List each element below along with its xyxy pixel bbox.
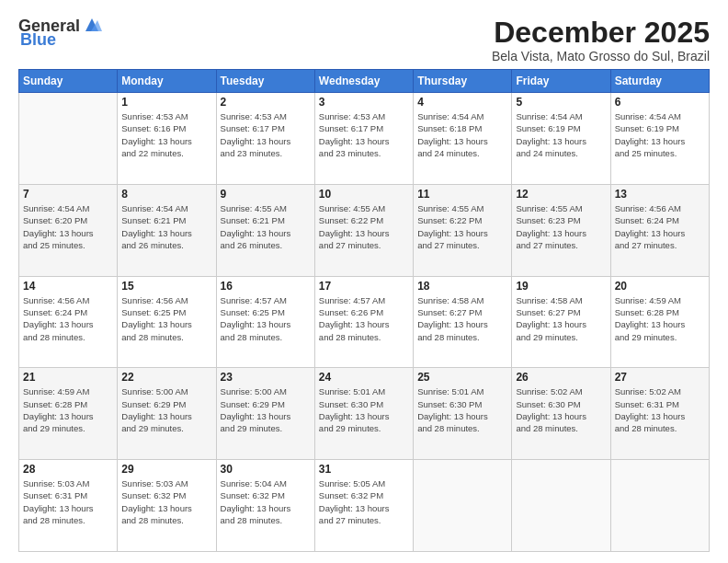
day-info: Sunrise: 4:59 AM Sunset: 6:28 PM Dayligh…: [615, 294, 705, 343]
day-number: 15: [121, 280, 211, 293]
day-info: Sunrise: 4:57 AM Sunset: 6:26 PM Dayligh…: [319, 294, 409, 343]
day-info: Sunrise: 4:53 AM Sunset: 6:17 PM Dayligh…: [319, 110, 409, 159]
table-row: 30Sunrise: 5:04 AM Sunset: 6:32 PM Dayli…: [216, 460, 314, 552]
calendar-week-row: 21Sunrise: 4:59 AM Sunset: 6:28 PM Dayli…: [19, 368, 710, 460]
calendar-week-row: 1Sunrise: 4:53 AM Sunset: 6:16 PM Daylig…: [19, 93, 710, 185]
day-info: Sunrise: 5:05 AM Sunset: 6:32 PM Dayligh…: [319, 477, 409, 526]
table-row: 23Sunrise: 5:00 AM Sunset: 6:29 PM Dayli…: [216, 368, 314, 460]
table-row: 27Sunrise: 5:02 AM Sunset: 6:31 PM Dayli…: [610, 368, 709, 460]
day-number: 13: [615, 188, 705, 201]
col-thursday: Thursday: [414, 70, 512, 93]
table-row: 4Sunrise: 4:54 AM Sunset: 6:18 PM Daylig…: [414, 93, 512, 185]
table-row: 13Sunrise: 4:56 AM Sunset: 6:24 PM Dayli…: [610, 184, 709, 276]
table-row: [19, 93, 118, 185]
day-info: Sunrise: 4:59 AM Sunset: 6:28 PM Dayligh…: [23, 385, 113, 434]
table-row: 22Sunrise: 5:00 AM Sunset: 6:29 PM Dayli…: [118, 368, 216, 460]
table-row: 3Sunrise: 4:53 AM Sunset: 6:17 PM Daylig…: [314, 93, 413, 185]
day-number: 31: [319, 463, 409, 476]
page: General Blue December 2025 Bela Vista, M…: [0, 0, 728, 563]
day-info: Sunrise: 5:03 AM Sunset: 6:32 PM Dayligh…: [121, 477, 211, 526]
header: General Blue December 2025 Bela Vista, M…: [18, 17, 710, 63]
table-row: 28Sunrise: 5:03 AM Sunset: 6:31 PM Dayli…: [19, 460, 118, 552]
day-info: Sunrise: 4:54 AM Sunset: 6:19 PM Dayligh…: [615, 110, 705, 159]
day-info: Sunrise: 4:53 AM Sunset: 6:17 PM Dayligh…: [221, 110, 311, 159]
day-info: Sunrise: 5:04 AM Sunset: 6:32 PM Dayligh…: [221, 477, 311, 526]
day-number: 24: [319, 371, 409, 384]
table-row: [512, 460, 610, 552]
table-row: 7Sunrise: 4:54 AM Sunset: 6:20 PM Daylig…: [19, 184, 118, 276]
day-number: 23: [221, 371, 311, 384]
day-number: 29: [121, 463, 211, 476]
day-info: Sunrise: 4:55 AM Sunset: 6:22 PM Dayligh…: [319, 202, 409, 251]
table-row: 19Sunrise: 4:58 AM Sunset: 6:27 PM Dayli…: [512, 276, 610, 368]
day-info: Sunrise: 4:54 AM Sunset: 6:18 PM Dayligh…: [417, 110, 507, 159]
day-info: Sunrise: 4:53 AM Sunset: 6:16 PM Dayligh…: [121, 110, 211, 159]
day-info: Sunrise: 5:03 AM Sunset: 6:31 PM Dayligh…: [23, 477, 113, 526]
day-info: Sunrise: 4:56 AM Sunset: 6:24 PM Dayligh…: [615, 202, 705, 251]
logo: General Blue: [18, 17, 102, 48]
col-friday: Friday: [512, 70, 610, 93]
day-number: 8: [121, 188, 211, 201]
day-info: Sunrise: 5:00 AM Sunset: 6:29 PM Dayligh…: [221, 385, 311, 434]
table-row: 31Sunrise: 5:05 AM Sunset: 6:32 PM Dayli…: [314, 460, 413, 552]
day-info: Sunrise: 4:56 AM Sunset: 6:24 PM Dayligh…: [23, 294, 113, 343]
day-info: Sunrise: 5:01 AM Sunset: 6:30 PM Dayligh…: [417, 385, 507, 434]
col-wednesday: Wednesday: [314, 70, 413, 93]
day-number: 1: [121, 96, 211, 109]
day-info: Sunrise: 5:02 AM Sunset: 6:30 PM Dayligh…: [516, 385, 606, 434]
day-info: Sunrise: 5:00 AM Sunset: 6:29 PM Dayligh…: [121, 385, 211, 434]
day-number: 17: [319, 280, 409, 293]
table-row: [414, 460, 512, 552]
day-number: 26: [516, 371, 606, 384]
table-row: 8Sunrise: 4:54 AM Sunset: 6:21 PM Daylig…: [118, 184, 216, 276]
day-number: 2: [221, 96, 311, 109]
day-info: Sunrise: 4:57 AM Sunset: 6:25 PM Dayligh…: [221, 294, 311, 343]
table-row: 2Sunrise: 4:53 AM Sunset: 6:17 PM Daylig…: [216, 93, 314, 185]
calendar-header-row: Sunday Monday Tuesday Wednesday Thursday…: [19, 70, 710, 93]
logo-icon: [82, 15, 102, 35]
day-number: 4: [417, 96, 507, 109]
table-row: 6Sunrise: 4:54 AM Sunset: 6:19 PM Daylig…: [610, 93, 709, 185]
day-number: 11: [417, 188, 507, 201]
calendar-week-row: 28Sunrise: 5:03 AM Sunset: 6:31 PM Dayli…: [19, 460, 710, 552]
table-row: 26Sunrise: 5:02 AM Sunset: 6:30 PM Dayli…: [512, 368, 610, 460]
table-row: [610, 460, 709, 552]
table-row: 20Sunrise: 4:59 AM Sunset: 6:28 PM Dayli…: [610, 276, 709, 368]
table-row: 14Sunrise: 4:56 AM Sunset: 6:24 PM Dayli…: [19, 276, 118, 368]
table-row: 29Sunrise: 5:03 AM Sunset: 6:32 PM Dayli…: [118, 460, 216, 552]
table-row: 16Sunrise: 4:57 AM Sunset: 6:25 PM Dayli…: [216, 276, 314, 368]
table-row: 21Sunrise: 4:59 AM Sunset: 6:28 PM Dayli…: [19, 368, 118, 460]
day-number: 25: [417, 371, 507, 384]
day-info: Sunrise: 4:55 AM Sunset: 6:23 PM Dayligh…: [516, 202, 606, 251]
day-number: 21: [23, 371, 113, 384]
day-info: Sunrise: 4:58 AM Sunset: 6:27 PM Dayligh…: [417, 294, 507, 343]
col-tuesday: Tuesday: [216, 70, 314, 93]
table-row: 12Sunrise: 4:55 AM Sunset: 6:23 PM Dayli…: [512, 184, 610, 276]
day-info: Sunrise: 4:56 AM Sunset: 6:25 PM Dayligh…: [121, 294, 211, 343]
day-info: Sunrise: 5:02 AM Sunset: 6:31 PM Dayligh…: [615, 385, 705, 434]
calendar-table: Sunday Monday Tuesday Wednesday Thursday…: [18, 69, 710, 552]
table-row: 18Sunrise: 4:58 AM Sunset: 6:27 PM Dayli…: [414, 276, 512, 368]
col-saturday: Saturday: [610, 70, 709, 93]
day-info: Sunrise: 4:55 AM Sunset: 6:21 PM Dayligh…: [221, 202, 311, 251]
day-info: Sunrise: 4:55 AM Sunset: 6:22 PM Dayligh…: [417, 202, 507, 251]
col-monday: Monday: [118, 70, 216, 93]
calendar-week-row: 7Sunrise: 4:54 AM Sunset: 6:20 PM Daylig…: [19, 184, 710, 276]
day-number: 9: [221, 188, 311, 201]
col-sunday: Sunday: [19, 70, 118, 93]
day-info: Sunrise: 4:54 AM Sunset: 6:19 PM Dayligh…: [516, 110, 606, 159]
day-number: 22: [121, 371, 211, 384]
day-number: 30: [221, 463, 311, 476]
table-row: 15Sunrise: 4:56 AM Sunset: 6:25 PM Dayli…: [118, 276, 216, 368]
table-row: 1Sunrise: 4:53 AM Sunset: 6:16 PM Daylig…: [118, 93, 216, 185]
day-info: Sunrise: 5:01 AM Sunset: 6:30 PM Dayligh…: [319, 385, 409, 434]
table-row: 5Sunrise: 4:54 AM Sunset: 6:19 PM Daylig…: [512, 93, 610, 185]
day-number: 20: [615, 280, 705, 293]
day-info: Sunrise: 4:54 AM Sunset: 6:21 PM Dayligh…: [121, 202, 211, 251]
day-number: 7: [23, 188, 113, 201]
day-number: 28: [23, 463, 113, 476]
table-row: 9Sunrise: 4:55 AM Sunset: 6:21 PM Daylig…: [216, 184, 314, 276]
day-number: 19: [516, 280, 606, 293]
day-number: 5: [516, 96, 606, 109]
logo-blue: Blue: [20, 31, 56, 48]
